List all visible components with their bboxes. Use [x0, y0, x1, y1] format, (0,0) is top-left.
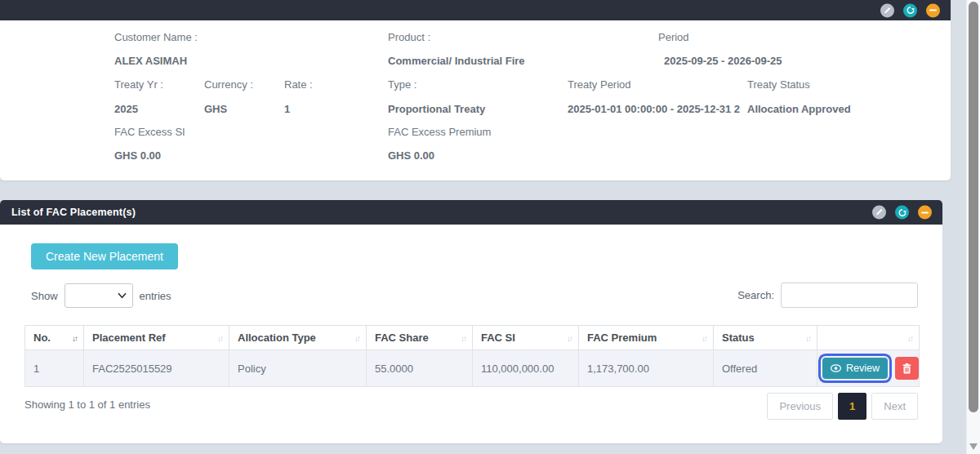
previous-page-button[interactable]: Previous: [767, 393, 833, 420]
sort-icon: ↓↑: [72, 333, 77, 342]
sort-icon: ↓↑: [461, 333, 466, 342]
col-header-status[interactable]: Status↓↑: [714, 326, 817, 350]
refresh-icon[interactable]: [903, 3, 917, 17]
search-label: Search:: [737, 289, 774, 301]
search-control: Search:: [737, 283, 918, 308]
delete-button[interactable]: [895, 357, 919, 380]
page-1-button[interactable]: 1: [838, 393, 866, 420]
vertical-scrollbar[interactable]: [966, 0, 980, 454]
placements-panel-title: List of FAC Placement(s): [11, 207, 136, 218]
show-label: Show: [31, 290, 58, 302]
show-entries-control: Show entries: [31, 283, 172, 308]
sort-icon: ↓↑: [217, 333, 222, 342]
treaty-status-label: Treaty Status: [747, 78, 810, 91]
treaty-panel-header: [0, 0, 951, 20]
refresh-icon[interactable]: [895, 206, 909, 220]
cell-actions: Review: [817, 350, 920, 387]
fac-placements-panel: List of FAC Placement(s) Create New Plac…: [0, 200, 942, 443]
cell-allocation-type: Policy: [229, 350, 367, 387]
sort-icon: ↓↑: [354, 333, 359, 342]
period-label: Period: [658, 31, 689, 43]
treaty-panel-tools: [880, 3, 940, 17]
scrollbar-down-arrow-icon[interactable]: [969, 443, 978, 450]
collapse-icon[interactable]: [918, 206, 932, 220]
treaty-yr-value: 2025: [114, 103, 138, 115]
entries-label: entries: [140, 290, 172, 302]
sort-icon: ↓↑: [567, 333, 572, 342]
placements-panel-header: List of FAC Placement(s): [0, 200, 942, 225]
currency-label: Currency :: [204, 78, 253, 91]
search-input[interactable]: [781, 283, 918, 308]
treaty-yr-label: Treaty Yr :: [114, 78, 163, 91]
currency-value: GHS: [204, 103, 227, 115]
sort-icon: ↓↑: [805, 333, 810, 342]
edit-icon[interactable]: [880, 3, 894, 17]
col-header-allocation-type[interactable]: Allocation Type↓↑: [229, 326, 367, 350]
type-label: Type :: [388, 78, 416, 91]
collapse-icon[interactable]: [926, 3, 940, 17]
fac-excess-si-label: FAC Excess SI: [114, 126, 185, 138]
chevron-down-icon: [118, 292, 127, 299]
pagination: Previous 1 Next: [767, 393, 918, 420]
col-header-fac-si[interactable]: FAC SI↓↑: [473, 326, 579, 350]
type-value: Proportional Treaty: [388, 103, 485, 115]
entries-summary: Showing 1 to 1 of 1 entries: [24, 398, 150, 411]
scrollbar-thumb[interactable]: [969, 2, 978, 412]
placements-table: No.↓↑ Placement Ref↓↑ Allocation Type↓↑ …: [24, 325, 920, 387]
entries-per-page-select[interactable]: [65, 283, 133, 308]
eye-icon: [831, 364, 841, 372]
sort-icon: ↓↑: [907, 333, 912, 342]
fac-excess-premium-value: GHS 0.00: [388, 149, 434, 162]
cell-fac-share: 55.0000: [367, 350, 473, 387]
col-header-actions[interactable]: ↓↑: [817, 326, 920, 350]
placements-panel-tools: [872, 206, 932, 220]
table-header-row: No.↓↑ Placement Ref↓↑ Allocation Type↓↑ …: [25, 326, 920, 350]
col-header-fac-share[interactable]: FAC Share↓↑: [367, 326, 473, 350]
customer-name-value: ALEX ASIMAH: [114, 55, 187, 67]
rate-label: Rate :: [284, 78, 313, 91]
create-new-placement-button[interactable]: Create New Placement: [31, 243, 178, 269]
table-row: 1 FAC2525015529 Policy 55.0000 110,000,0…: [25, 350, 920, 387]
treaty-status-value: Allocation Approved: [747, 103, 851, 115]
cell-fac-premium: 1,173,700.00: [579, 350, 714, 387]
product-label: Product :: [388, 31, 430, 43]
col-header-placement-ref[interactable]: Placement Ref↓↑: [84, 326, 229, 350]
treaty-info-panel: Customer Name : Product : Period ALEX AS…: [0, 0, 951, 180]
period-value: 2025-09-25 - 2026-09-25: [664, 55, 782, 67]
treaty-period-value: 2025-01-01 00:00:00 - 2025-12-31 2: [568, 103, 740, 115]
fac-excess-premium-label: FAC Excess Premium: [388, 126, 491, 138]
col-header-fac-premium[interactable]: FAC Premium↓↑: [579, 326, 714, 350]
next-page-button[interactable]: Next: [871, 393, 918, 420]
rate-value: 1: [284, 103, 290, 115]
cell-placement-ref: FAC2525015529: [84, 350, 229, 387]
fac-placement-page: { "treaty_info": { "fields": { "customer…: [0, 0, 980, 454]
trash-icon: [902, 363, 911, 374]
product-value: Commercial/ Industrial Fire: [388, 55, 525, 67]
review-button[interactable]: Review: [822, 358, 888, 379]
cell-no: 1: [25, 350, 84, 387]
customer-name-label: Customer Name :: [114, 31, 198, 43]
col-header-no[interactable]: No.↓↑: [25, 326, 84, 350]
fac-excess-si-value: GHS 0.00: [114, 149, 161, 162]
cell-fac-si: 110,000,000.00: [473, 350, 579, 387]
edit-icon[interactable]: [872, 206, 886, 220]
treaty-period-label: Treaty Period: [568, 78, 631, 91]
sort-icon: ↓↑: [702, 333, 706, 342]
cell-status: Offered: [714, 350, 817, 387]
